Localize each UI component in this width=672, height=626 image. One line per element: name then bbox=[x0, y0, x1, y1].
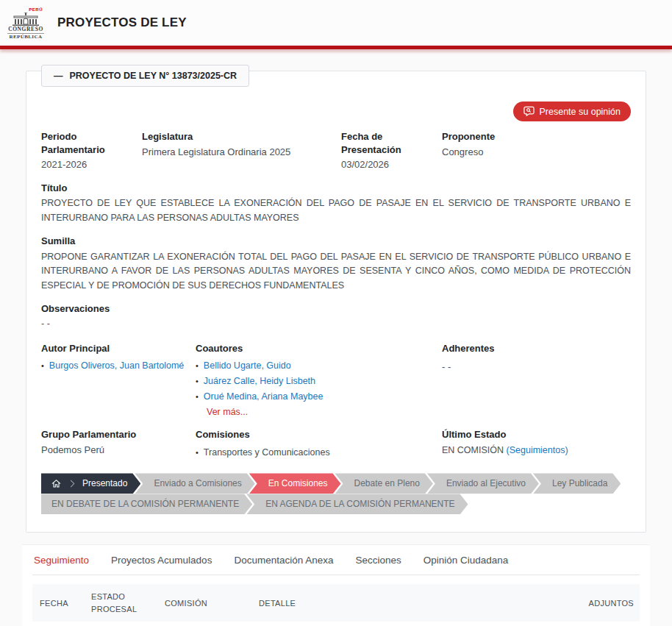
bullet-icon: • bbox=[196, 377, 199, 385]
step-label: Enviado al Ejecutivo bbox=[446, 478, 526, 488]
present-opinion-label: Presente su opinión bbox=[540, 107, 621, 117]
bill-meta-row: Periodo Parlamentario 2021-2026 Legislat… bbox=[41, 130, 631, 172]
logo-line2: REPÚBLICA bbox=[7, 33, 44, 40]
cell-fecha: 04/02/2026 bbox=[32, 622, 91, 626]
adherentes-label: Adherentes bbox=[442, 342, 631, 355]
ultimo-estado-label: Último Estado bbox=[442, 428, 631, 441]
present-opinion-button[interactable]: Presente su opinión bbox=[513, 102, 632, 121]
legislatura-value: Primera Legislatura Ordinaria 2025 bbox=[142, 146, 341, 160]
bill-card-header[interactable]: — PROYECTO DE LEY N° 13873/2025-CR bbox=[41, 65, 249, 87]
fecha-presentacion-value: 03/02/2026 bbox=[341, 158, 442, 172]
step-label: Debate en Pleno bbox=[354, 478, 420, 488]
coautor-link[interactable]: Orué Medina, Ariana Maybee bbox=[204, 391, 324, 402]
table-header-row: FECHA ESTADO PROCESAL COMISIÓN DETALLE A… bbox=[32, 584, 640, 622]
tab-proyectos-acumulados[interactable]: Proyectos Acumulados bbox=[111, 555, 212, 566]
tab-opinion-ciudadana[interactable]: Opinión Ciudadana bbox=[423, 555, 509, 566]
logo-line1: CONGRESO bbox=[7, 26, 44, 32]
home-icon bbox=[51, 479, 61, 488]
bill-status-stepper: Presentado Enviado a Comisiones En Comis… bbox=[41, 473, 631, 514]
tab-bar: Seguimiento Proyectos Acumulados Documen… bbox=[32, 545, 640, 575]
step-en-debate-comision-permanente[interactable]: EN DEBATE DE LA COMISIÓN PERMANENTE bbox=[41, 494, 252, 514]
coautor-link[interactable]: Juárez Calle, Heidy Lisbeth bbox=[204, 376, 315, 386]
bill-detail-card: — PROYECTO DE LEY N° 13873/2025-CR Prese… bbox=[26, 71, 646, 533]
header-fecha: FECHA bbox=[32, 584, 91, 622]
collapse-icon: — bbox=[54, 71, 63, 81]
step-en-comisiones[interactable]: En Comisiones bbox=[249, 473, 341, 494]
ultimo-estado-value: EN COMISIÓN bbox=[442, 445, 504, 455]
list-item: •Orué Medina, Ariana Maybee bbox=[196, 389, 442, 405]
comision-name: Transportes y Comunicaciones bbox=[204, 447, 330, 458]
periodo-value: 2021-2026 bbox=[41, 158, 142, 172]
step-label: Ley Publicada bbox=[552, 478, 607, 488]
step-label: EN DEBATE DE LA COMISIÓN PERMANENTE bbox=[51, 499, 239, 509]
sumilla-label: Sumilla bbox=[41, 235, 631, 248]
comment-search-icon bbox=[523, 106, 535, 117]
list-item: •Bellido Ugarte, Guido bbox=[196, 358, 442, 374]
step-label: Enviado a Comisiones bbox=[154, 478, 241, 488]
tab-seguimiento[interactable]: Seguimiento bbox=[34, 555, 89, 566]
bill-number-title: PROYECTO DE LEY N° 13873/2025-CR bbox=[70, 71, 237, 81]
list-item: •Transportes y Comunicaciones bbox=[196, 445, 442, 460]
coautor-link[interactable]: Bellido Ugarte, Guido bbox=[204, 360, 291, 371]
titulo-value: PROYECTO DE LEY QUE ESTABLECE LA EXONERA… bbox=[41, 196, 631, 225]
bullet-icon: • bbox=[196, 392, 199, 401]
step-presentado[interactable]: Presentado bbox=[41, 473, 140, 494]
sumilla-value: PROPONE GARANTIZAR LA EXONERACIÓN TOTAL … bbox=[41, 250, 631, 293]
bullet-icon: • bbox=[196, 361, 199, 370]
proponente-value: Congreso bbox=[442, 146, 631, 160]
comisiones-label: Comisiones bbox=[196, 428, 442, 441]
autor-principal-label: Autor Principal bbox=[41, 342, 196, 355]
ver-mas-link[interactable]: Ver más... bbox=[207, 407, 248, 417]
step-en-agenda-comision-permanente[interactable]: EN AGENDA DE LA COMISIÓN PERMANENTE bbox=[246, 494, 468, 514]
logo-peru-tag: PERÚ bbox=[7, 7, 43, 12]
bullet-icon: • bbox=[196, 448, 199, 457]
step-enviado-a-comisiones[interactable]: Enviado a Comisiones bbox=[135, 473, 254, 494]
adherentes-value: - - bbox=[442, 360, 631, 374]
observaciones-label: Observaciones bbox=[41, 302, 631, 316]
page-title: PROYECTOS DE LEY bbox=[57, 15, 187, 30]
fecha-presentacion-label: Fecha de Presentación bbox=[341, 130, 442, 156]
autor-principal-link[interactable]: Burgos Oliveros, Juan Bartolomé bbox=[49, 360, 184, 371]
seguimientos-link[interactable]: (Seguimientos) bbox=[507, 445, 568, 455]
congress-building-icon bbox=[11, 13, 40, 26]
grupo-parlamentario-label: Grupo Parlamentario bbox=[41, 428, 196, 441]
tab-documentacion-anexa[interactable]: Documentación Anexa bbox=[234, 555, 333, 566]
header-adjuntos: ADJUNTOS bbox=[589, 584, 640, 622]
step-label: Presentado bbox=[82, 478, 127, 488]
list-item: •Juárez Calle, Heidy Lisbeth bbox=[196, 374, 442, 389]
app-header: PERÚ CONGRESO REPÚBLICA PROYECTOS DE LEY bbox=[0, 0, 672, 46]
red-divider-bar bbox=[0, 46, 672, 49]
cell-comision: ▪Transportes y Comunicaciones bbox=[165, 622, 259, 626]
cell-estado: EN COMISIÓN bbox=[91, 622, 165, 626]
header-comision: COMISIÓN bbox=[165, 584, 259, 622]
observaciones-value: - - bbox=[41, 317, 631, 331]
header-estado-procesal: ESTADO PROCESAL bbox=[91, 584, 165, 622]
tab-secciones[interactable]: Secciones bbox=[355, 555, 401, 566]
table-row: 04/02/2026 EN COMISIÓN ▪Transportes y Co… bbox=[32, 622, 640, 626]
step-label: En Comisiones bbox=[268, 478, 328, 488]
step-debate-en-pleno[interactable]: Debate en Pleno bbox=[335, 473, 433, 494]
seguimiento-panel: Seguimiento Proyectos Acumulados Documen… bbox=[22, 544, 650, 626]
grupo-parlamentario-value: Podemos Perú bbox=[41, 444, 196, 458]
seguimiento-table: FECHA ESTADO PROCESAL COMISIÓN DETALLE A… bbox=[32, 584, 640, 626]
congress-logo: PERÚ CONGRESO REPÚBLICA bbox=[7, 7, 44, 40]
chevron-right-icon bbox=[68, 480, 75, 487]
legislatura-label: Legislatura bbox=[142, 130, 341, 143]
header-detalle: DETALLE bbox=[259, 584, 589, 622]
step-label: EN AGENDA DE LA COMISIÓN PERMANENTE bbox=[265, 499, 454, 509]
cell-detalle: PROYECTO DE LEY QUE ESTABLECE LA EXONERA… bbox=[259, 622, 589, 626]
list-item: •Burgos Oliveros, Juan Bartolomé bbox=[41, 358, 196, 374]
group-row: Grupo Parlamentario Podemos Perú Comisio… bbox=[41, 428, 631, 460]
coautores-label: Coautores bbox=[196, 342, 442, 355]
step-ley-publicada[interactable]: Ley Publicada bbox=[533, 473, 621, 494]
bullet-icon: • bbox=[41, 361, 44, 370]
titulo-label: Título bbox=[41, 182, 631, 195]
step-enviado-al-ejecutivo[interactable]: Enviado al Ejecutivo bbox=[427, 473, 539, 494]
proponente-label: Proponente bbox=[442, 130, 631, 143]
authors-row: Autor Principal •Burgos Oliveros, Juan B… bbox=[41, 342, 631, 418]
periodo-label: Periodo Parlamentario bbox=[41, 130, 142, 156]
